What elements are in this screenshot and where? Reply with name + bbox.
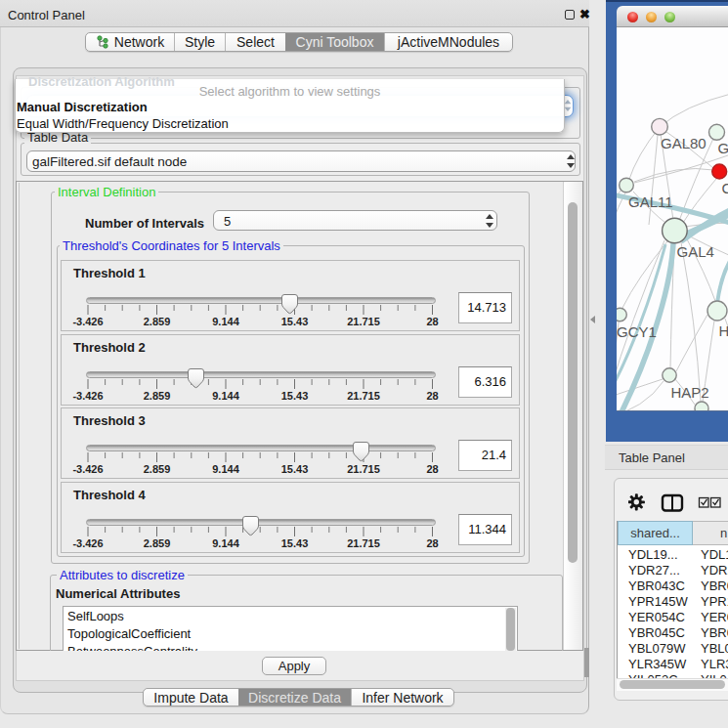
- svg-text:HAP2: HAP2: [671, 384, 709, 401]
- svg-text:GAL11: GAL11: [628, 193, 673, 210]
- svg-text:GAL7: GAL7: [718, 140, 728, 156]
- svg-text:CYC8: CYC8: [722, 180, 728, 196]
- svg-text:GCY1: GCY1: [617, 323, 657, 340]
- svg-text:GAL4: GAL4: [677, 243, 714, 260]
- svg-text:GAL80: GAL80: [661, 135, 707, 151]
- svg-text:HIS4: HIS4: [719, 322, 728, 339]
